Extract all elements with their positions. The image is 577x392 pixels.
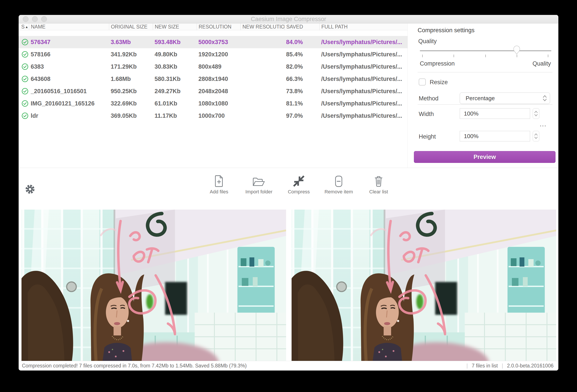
status-check-icon bbox=[19, 100, 31, 107]
table-row[interactable]: 643608 1.68Mb 580.31Kb 2808x1940 66.3% /… bbox=[19, 73, 407, 85]
slider-tick bbox=[485, 55, 486, 57]
slider-left-label: Compression bbox=[420, 60, 455, 67]
table-header: S ▲ NAME ORIGINAL SIZE NEW SIZE RESOLUTI… bbox=[19, 23, 407, 30]
column-header-name[interactable]: NAME bbox=[29, 23, 109, 30]
full-path: /Users/lymphatus/Pictures/... bbox=[321, 76, 407, 82]
full-path: /Users/lymphatus/Pictures/... bbox=[321, 63, 407, 70]
close-window-button[interactable] bbox=[23, 16, 29, 22]
column-header-original-size[interactable]: ORIGINAL SIZE bbox=[109, 23, 153, 30]
toolbar-label: Clear list bbox=[369, 189, 388, 195]
height-stepper[interactable] bbox=[533, 131, 539, 142]
resolution: 800x489 bbox=[198, 63, 242, 70]
new-size: 61.01Kb bbox=[154, 100, 198, 107]
resolution: 2048x2048 bbox=[198, 88, 242, 95]
saved-percent: 73.8% bbox=[286, 88, 321, 95]
status-check-icon bbox=[19, 75, 31, 82]
table-row[interactable]: IMG_20160121_165126 322.69Kb 61.01Kb 108… bbox=[19, 97, 407, 110]
resolution: 1920x1200 bbox=[198, 51, 242, 58]
saved-percent: 85.4% bbox=[286, 51, 321, 58]
compress-button[interactable]: Compress bbox=[284, 174, 314, 195]
status-check-icon bbox=[19, 51, 31, 58]
original-size: 1.68Mb bbox=[111, 76, 154, 82]
table-row[interactable]: 578166 341.92Kb 49.80Kb 1920x1200 85.4% … bbox=[19, 48, 407, 61]
new-size: 593.48Kb bbox=[154, 39, 198, 46]
original-size: 950.25Kb bbox=[111, 88, 154, 95]
status-separator: | bbox=[502, 363, 503, 369]
table-row[interactable]: ldr 369.05Kb 11.17Kb 1000x700 97.0% /Use… bbox=[19, 110, 407, 122]
original-size: 3.63Mb bbox=[111, 39, 154, 46]
toolbar-label: Import folder bbox=[245, 189, 273, 195]
file-name: 6383 bbox=[31, 63, 111, 70]
toolbar-label: Remove item bbox=[325, 189, 353, 195]
settings-heading: Compression settings bbox=[418, 27, 475, 34]
app-window: Caesium Image Compressor S ▲ NAME ORIGIN… bbox=[19, 15, 558, 370]
remove-item-button[interactable]: Remove item bbox=[324, 174, 354, 195]
column-status-label: S bbox=[21, 24, 25, 30]
add-files-button[interactable]: Add files bbox=[204, 174, 234, 195]
original-size: 171.29Kb bbox=[111, 63, 154, 70]
select-stepper-icon bbox=[542, 95, 547, 102]
gear-icon bbox=[25, 184, 35, 194]
toolbar: Add files Import folder Compress Remove … bbox=[19, 168, 558, 210]
toolbar-buttons: Add files Import folder Compress Remove … bbox=[39, 174, 558, 195]
saved-percent: 66.3% bbox=[286, 76, 321, 82]
new-size: 49.80Kb bbox=[154, 51, 198, 58]
preview-image-compressed bbox=[291, 210, 556, 361]
compress-arrows-icon bbox=[293, 174, 305, 187]
quality-slider-track[interactable] bbox=[420, 50, 551, 51]
remove-item-icon bbox=[333, 174, 344, 187]
file-name: 576347 bbox=[31, 39, 111, 46]
status-message: Compression completed! 7 files compresse… bbox=[22, 363, 467, 369]
file-name: 643608 bbox=[31, 76, 111, 82]
table-row[interactable]: 6383 171.29Kb 30.83Kb 800x489 82.0% /Use… bbox=[19, 61, 407, 73]
original-size: 341.92Kb bbox=[111, 51, 154, 58]
table-row[interactable]: 576347 3.63Mb 593.48Kb 5000x3753 84.0% /… bbox=[19, 36, 407, 48]
window-title: Caesium Image Compressor bbox=[19, 15, 558, 23]
new-size: 249.27Kb bbox=[154, 88, 198, 95]
method-select[interactable]: Percentage bbox=[460, 93, 550, 104]
new-size: 11.17Kb bbox=[154, 112, 198, 119]
column-header-new-size[interactable]: NEW SIZE bbox=[153, 23, 197, 30]
quality-slider-thumb[interactable] bbox=[513, 45, 520, 55]
resolution: 5000x3753 bbox=[198, 39, 242, 46]
add-file-icon bbox=[214, 174, 224, 187]
column-header-status[interactable]: S ▲ bbox=[19, 23, 29, 30]
import-folder-button[interactable]: Import folder bbox=[244, 174, 274, 195]
original-size: 322.69Kb bbox=[111, 100, 154, 107]
status-check-icon bbox=[19, 63, 31, 70]
full-path: /Users/lymphatus/Pictures/... bbox=[321, 51, 407, 58]
column-header-new-resolution[interactable]: NEW RESOLUTION bbox=[241, 23, 284, 30]
keep-aspect-more-button[interactable]: ... bbox=[540, 120, 546, 128]
minimize-window-button[interactable] bbox=[32, 16, 38, 22]
table-body: 576347 3.63Mb 593.48Kb 5000x3753 84.0% /… bbox=[19, 36, 407, 122]
resize-checkbox[interactable] bbox=[419, 78, 426, 85]
width-stepper[interactable] bbox=[533, 108, 539, 119]
quality-label: Quality bbox=[418, 38, 437, 45]
height-input[interactable]: 100% bbox=[460, 131, 530, 142]
resolution: 1000x700 bbox=[198, 112, 242, 119]
status-bar: Compression completed! 7 files compresse… bbox=[19, 361, 558, 370]
slider-right-label: Quality bbox=[533, 60, 551, 67]
new-size: 580.31Kb bbox=[154, 76, 198, 82]
width-input[interactable]: 100% bbox=[460, 108, 530, 119]
file-table: S ▲ NAME ORIGINAL SIZE NEW SIZE RESOLUTI… bbox=[19, 23, 407, 168]
zoom-window-button[interactable] bbox=[41, 16, 47, 22]
preview-button[interactable]: Preview bbox=[414, 151, 555, 163]
settings-gear-button[interactable] bbox=[25, 184, 35, 195]
method-label: Method bbox=[419, 95, 438, 102]
column-header-saved[interactable]: SAVED bbox=[284, 23, 319, 30]
app-version: 2.0.0-beta.20161006 bbox=[507, 363, 554, 369]
resolution: 1080x1080 bbox=[198, 100, 242, 107]
files-count: 7 files in list bbox=[472, 363, 498, 369]
file-name: _20160516_1016501 bbox=[31, 88, 111, 95]
status-check-icon bbox=[19, 88, 31, 95]
new-size: 30.83Kb bbox=[154, 63, 198, 70]
table-row[interactable]: _20160516_1016501 950.25Kb 249.27Kb 2048… bbox=[19, 85, 407, 97]
clear-list-button[interactable]: Clear list bbox=[364, 174, 394, 195]
sort-ascending-icon: ▲ bbox=[25, 25, 28, 29]
column-header-resolution[interactable]: RESOLUTION bbox=[197, 23, 241, 30]
file-name: IMG_20160121_165126 bbox=[31, 100, 111, 107]
preview-image-original bbox=[22, 210, 286, 361]
saved-percent: 81.1% bbox=[286, 100, 321, 107]
column-header-full-path[interactable]: FULL PATH bbox=[319, 23, 407, 30]
